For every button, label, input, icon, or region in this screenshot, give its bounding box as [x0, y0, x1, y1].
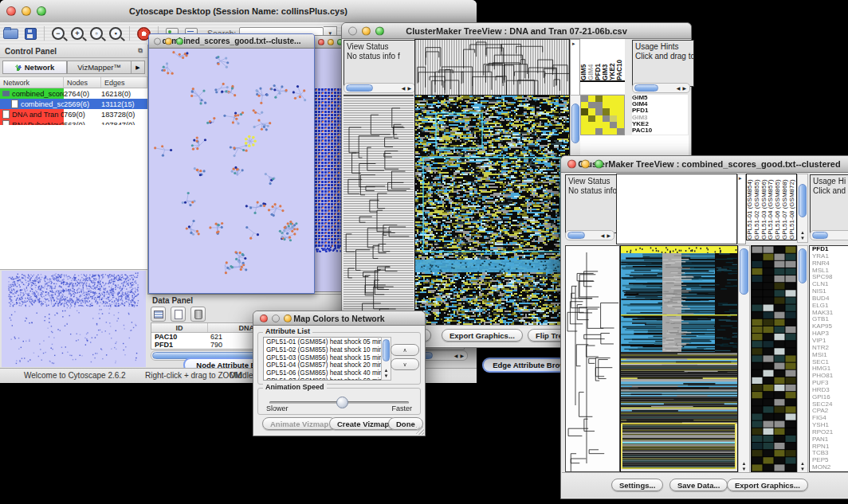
minimize-icon[interactable] [581, 160, 590, 169]
close-icon[interactable] [318, 39, 324, 45]
tab-network[interactable]: Network [2, 61, 67, 74]
gene-label[interactable]: MON2 [812, 464, 848, 471]
birdseye-overview[interactable] [2, 271, 146, 367]
more-tabs-button[interactable]: ▶ [132, 61, 145, 74]
create-vizmap-button[interactable]: Create Vizmap [329, 417, 397, 430]
heatmap-cell[interactable] [610, 128, 617, 135]
heatmap-cell[interactable] [588, 115, 595, 122]
global-heatmap-canvas[interactable] [414, 95, 570, 327]
scrollbar-thumb[interactable] [383, 339, 390, 361]
close-icon[interactable] [348, 26, 357, 35]
heatmap-cell[interactable] [581, 102, 588, 108]
view-status-hscrollbar[interactable]: ◀▶ [565, 230, 614, 240]
attribute-item[interactable]: GPL51-07 (GSM868) heat shock 60 min [266, 377, 381, 381]
treeview2-titlebar[interactable]: ClusterMaker TreeView : combined_scores_… [561, 156, 848, 173]
zoom-heatmap-matrix[interactable] [580, 95, 625, 135]
heatmap-cell[interactable] [588, 108, 595, 115]
attribute-list[interactable]: GPL51-01 (GSM854) heat shock 05 minGPL51… [263, 337, 382, 381]
scrollbar-thumb[interactable] [567, 232, 585, 239]
export-graphics-button[interactable]: Export Graphics... [442, 329, 523, 342]
attribute-item[interactable]: GPL51-01 (GSM854) heat shock 05 min [266, 338, 381, 346]
float-panel-icon[interactable]: ⧉ [138, 47, 143, 55]
heatmap-cell[interactable] [595, 108, 603, 115]
settings-button[interactable]: Settings... [611, 479, 663, 491]
zoom-heatmap-canvas[interactable] [751, 245, 797, 472]
heatmap-cell[interactable] [617, 128, 624, 135]
zoom-window-icon[interactable] [284, 315, 292, 322]
zoom-window-icon[interactable] [375, 26, 384, 35]
heatmap-cell[interactable] [603, 108, 610, 115]
row-dendrogram-canvas[interactable] [565, 245, 620, 472]
table-row[interactable]: DNA and Tran 07 769(0) 183728(0) [0, 109, 147, 119]
heatmap-cell[interactable] [581, 108, 588, 115]
global-heatmap-canvas[interactable] [620, 245, 738, 472]
attribute-item[interactable]: GPL51-06 (GSM865) heat shock 40 min [266, 369, 381, 377]
new-attribute-button[interactable] [171, 307, 186, 322]
heatmap-cell[interactable] [617, 122, 624, 128]
heatmap-cell[interactable] [603, 122, 610, 128]
attribute-list-vscrollbar[interactable]: ▲▼ [381, 337, 391, 381]
splitter-strip[interactable]: ▸ [570, 39, 580, 96]
heatmap-cell[interactable] [581, 96, 588, 102]
scrollbar-thumb[interactable] [346, 84, 373, 92]
heatmap-cell[interactable] [617, 115, 624, 122]
heatmap-cell[interactable] [610, 122, 617, 128]
network-view-window[interactable]: combined_scores_good.txt--cluste... [148, 33, 315, 294]
heatmap-cell[interactable] [595, 128, 603, 135]
zoom-window-icon[interactable] [176, 37, 183, 45]
heatmap-cell[interactable] [610, 108, 617, 115]
close-icon[interactable] [6, 6, 16, 16]
zoom-window-icon[interactable] [595, 160, 603, 169]
heatmap-cell[interactable] [588, 122, 595, 128]
column-dendrogram-canvas[interactable] [414, 39, 570, 96]
delete-attribute-button[interactable] [190, 307, 206, 322]
resize-grip[interactable] [416, 427, 424, 435]
view-status-hscrollbar[interactable]: ◀▶ [344, 83, 415, 93]
zoom-fit-button[interactable]: ▫ [90, 25, 103, 41]
main-titlebar[interactable]: Cytoscape Desktop (Session Name: collins… [0, 0, 477, 23]
heatmap-cell[interactable] [588, 102, 595, 108]
slider-thumb[interactable] [336, 397, 348, 408]
zoom-vscrollbar[interactable]: ▲▼ [797, 245, 808, 474]
scrollbar-thumb[interactable] [740, 248, 748, 295]
gene-list[interactable]: PFD1YRA1RNR4MSL1SPC98CLN1NIS1BUD4ELG1MAK… [809, 245, 848, 472]
scrollbar-thumb[interactable] [571, 104, 579, 143]
network-view-canvas[interactable] [149, 49, 312, 292]
heatmap-cell[interactable] [603, 115, 610, 122]
close-icon[interactable] [260, 315, 268, 322]
network-window-titlebar[interactable]: combined_scores_good.txt--cluste... [149, 34, 314, 49]
move-up-button[interactable]: ∧ [391, 344, 419, 356]
heatmap-cell[interactable] [603, 128, 610, 135]
minimize-icon[interactable] [328, 39, 334, 45]
attribute-item[interactable]: GPL51-02 (GSM855) heat shock 10 min [266, 346, 381, 354]
zoom-in-button[interactable]: + [71, 25, 84, 41]
animate-vizmap-button[interactable]: Animate Vizmap [262, 417, 336, 430]
select-attributes-button[interactable] [151, 307, 166, 322]
dialog-titlebar[interactable]: Map Colors to Network [253, 311, 425, 326]
scrollbar-thumb[interactable] [634, 84, 658, 92]
save-session-button[interactable] [25, 25, 37, 41]
column-dendrogram-area[interactable] [616, 174, 737, 244]
heatmap-cell[interactable] [610, 102, 617, 108]
close-icon[interactable] [567, 160, 576, 169]
minimize-icon[interactable] [362, 26, 371, 35]
export-graphics-button[interactable]: Export Graphics... [727, 479, 808, 491]
heatmap-cell[interactable] [595, 96, 603, 102]
treeview1-titlebar[interactable]: ClusterMaker TreeView : DNA and Tran 07-… [342, 23, 691, 39]
heatmap-cell[interactable] [595, 102, 603, 108]
row-dendrogram-canvas[interactable] [344, 95, 414, 326]
attribute-item[interactable]: GPL51-04 (GSM857) heat shock 20 min [266, 361, 381, 369]
heatmap-cell[interactable] [610, 115, 617, 122]
heatmap-cell[interactable] [581, 115, 588, 122]
usage-hints-hscrollbar[interactable]: ◀▶ [632, 83, 690, 93]
scrollbar-arrows[interactable]: ◀▶ [454, 353, 467, 358]
move-down-button[interactable]: ∨ [391, 358, 419, 370]
heatmap-cell[interactable] [610, 96, 617, 102]
heatmap-cell[interactable] [595, 122, 603, 128]
heatmap-cell[interactable] [603, 96, 610, 102]
table-row[interactable]: combined_sco 2569(6) 13112(15) [0, 99, 147, 109]
column-labels-vscrollbar[interactable]: ▲▼ [797, 174, 808, 243]
heatmap-cell[interactable] [595, 115, 603, 122]
heatmap-cell[interactable] [588, 96, 595, 102]
dense-network-canvas[interactable] [314, 49, 344, 291]
